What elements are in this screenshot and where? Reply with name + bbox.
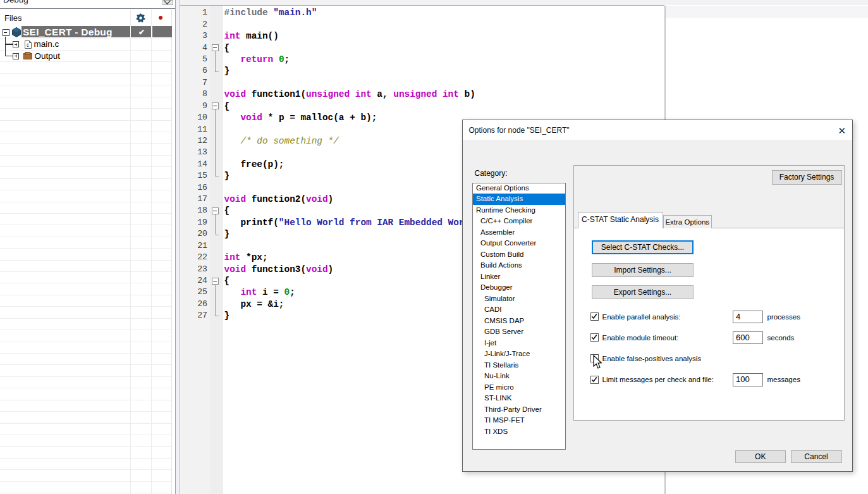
svg-text:c: c (27, 42, 30, 48)
